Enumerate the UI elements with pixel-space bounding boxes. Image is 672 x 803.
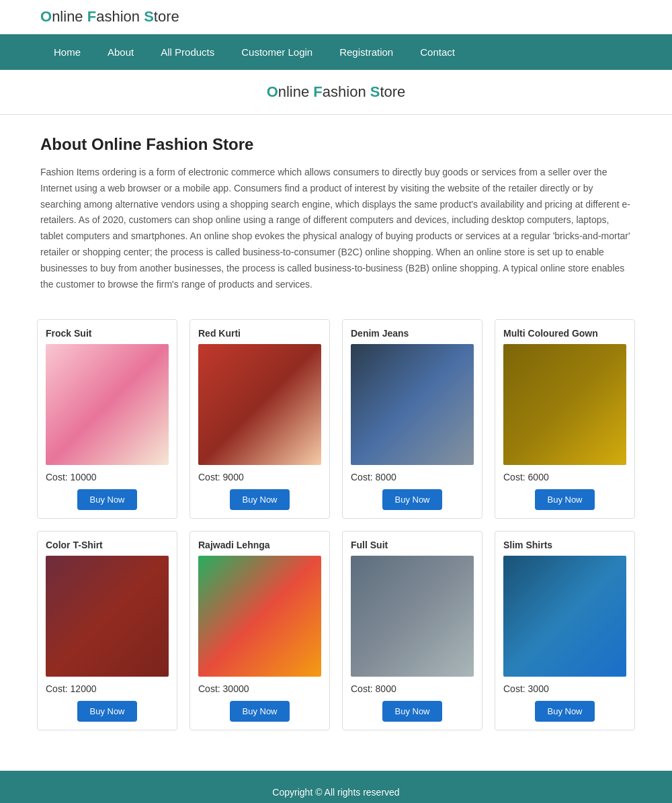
nav-link-about[interactable]: About <box>94 34 147 70</box>
product-cost: Cost: 9000 <box>198 472 321 482</box>
product-image <box>351 556 474 677</box>
product-name: Rajwadi Lehnga <box>198 540 321 550</box>
nav-item: Registration <box>326 34 407 70</box>
footer: Copyright © All rights reserved <box>0 771 672 803</box>
buy-now-button[interactable]: Buy Now <box>77 701 136 722</box>
products-grid: Frock SuitCost: 10000Buy NowRed KurtiCos… <box>37 319 635 730</box>
product-cost: Cost: 12000 <box>46 683 169 694</box>
product-card: Slim ShirtsCost: 3000Buy Now <box>495 531 635 730</box>
product-name: Full Suit <box>351 540 474 550</box>
product-image <box>503 556 626 677</box>
footer-text: Copyright © All rights reserved <box>272 787 399 798</box>
page-main-title: Online Fashion Store <box>13 83 659 101</box>
nav-link-all-products[interactable]: All Products <box>147 34 228 70</box>
product-card: Full SuitCost: 8000Buy Now <box>342 531 482 730</box>
product-image <box>503 344 626 465</box>
product-card: Frock SuitCost: 10000Buy Now <box>37 319 177 519</box>
nav-item: Customer Login <box>228 34 326 70</box>
top-header: Online Fashion Store <box>0 0 672 34</box>
product-name: Multi Coloured Gown <box>503 328 626 339</box>
main-nav: HomeAboutAll ProductsCustomer LoginRegis… <box>0 34 672 70</box>
product-image <box>46 344 169 465</box>
nav-link-registration[interactable]: Registration <box>326 34 407 70</box>
product-name: Frock Suit <box>46 328 169 339</box>
product-name: Color T-Shirt <box>46 540 169 550</box>
buy-now-button[interactable]: Buy Now <box>230 701 289 722</box>
buy-now-button[interactable]: Buy Now <box>77 489 136 510</box>
product-image <box>198 556 321 677</box>
product-name: Red Kurti <box>198 328 321 339</box>
about-heading: About Online Fashion Store <box>40 135 632 154</box>
product-cost: Cost: 30000 <box>198 683 321 694</box>
buy-now-button[interactable]: Buy Now <box>230 489 289 510</box>
nav-link-customer-login[interactable]: Customer Login <box>228 34 326 70</box>
product-cost: Cost: 10000 <box>46 472 169 482</box>
logo-f: F <box>87 8 96 25</box>
about-body: Fashion Items ordering is a form of elec… <box>40 165 632 292</box>
product-cost: Cost: 8000 <box>351 472 474 482</box>
product-image <box>46 556 169 677</box>
product-card: Color T-ShirtCost: 12000Buy Now <box>37 531 177 730</box>
product-card: Red KurtiCost: 9000Buy Now <box>190 319 330 519</box>
logo-o: O <box>40 8 52 25</box>
nav-link-home[interactable]: Home <box>40 34 94 70</box>
buy-now-button[interactable]: Buy Now <box>382 701 442 722</box>
product-cost: Cost: 8000 <box>351 683 474 694</box>
nav-link-contact[interactable]: Contact <box>407 34 468 70</box>
page-title-bar: Online Fashion Store <box>0 70 672 115</box>
product-card: Rajwadi LehngaCost: 30000Buy Now <box>190 531 330 730</box>
buy-now-button[interactable]: Buy Now <box>535 489 594 510</box>
product-cost: Cost: 6000 <box>503 472 626 482</box>
product-card: Denim JeansCost: 8000Buy Now <box>342 319 482 519</box>
product-name: Slim Shirts <box>503 540 626 550</box>
nav-item: All Products <box>147 34 228 70</box>
logo-s: S <box>144 8 154 25</box>
nav-item: Contact <box>407 34 468 70</box>
product-image <box>198 344 321 465</box>
products-section: Frock SuitCost: 10000Buy NowRed KurtiCos… <box>0 312 672 757</box>
nav-list: HomeAboutAll ProductsCustomer LoginRegis… <box>40 34 632 70</box>
nav-item: About <box>94 34 147 70</box>
product-cost: Cost: 3000 <box>503 683 626 694</box>
site-logo[interactable]: Online Fashion Store <box>40 8 179 25</box>
product-card: Multi Coloured GownCost: 6000Buy Now <box>495 319 635 519</box>
buy-now-button[interactable]: Buy Now <box>382 489 442 510</box>
product-image <box>351 344 474 465</box>
product-name: Denim Jeans <box>351 328 474 339</box>
buy-now-button[interactable]: Buy Now <box>535 701 594 722</box>
about-section: About Online Fashion Store Fashion Items… <box>0 115 672 312</box>
nav-item: Home <box>40 34 94 70</box>
